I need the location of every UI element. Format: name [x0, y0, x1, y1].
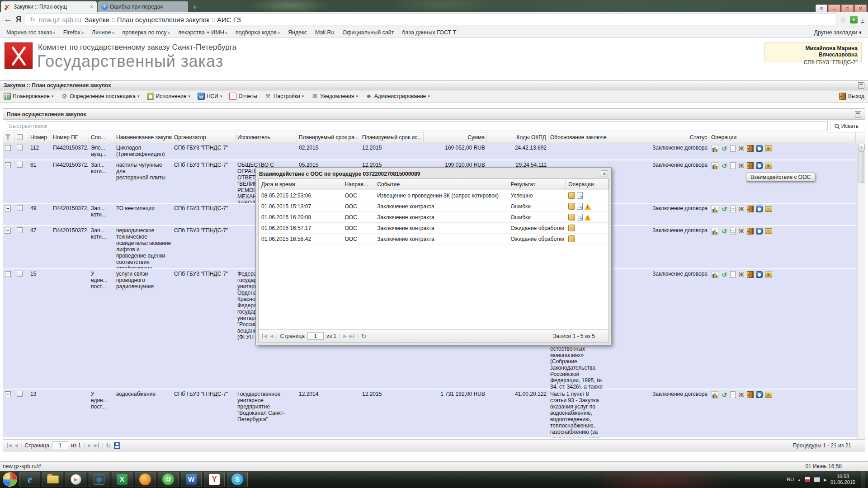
expand-row-icon[interactable] — [5, 228, 11, 234]
quick-search-input[interactable] — [6, 121, 828, 131]
expand-row-icon[interactable] — [5, 162, 11, 168]
col-event[interactable]: Событие — [374, 179, 508, 190]
col-number[interactable]: Номер — [28, 132, 51, 143]
expand-row-icon[interactable] — [5, 271, 11, 277]
menu-settings[interactable]: Настройки▾ — [264, 93, 304, 100]
new-tab-button[interactable]: + — [188, 2, 202, 12]
menu-notifications[interactable]: Уведомления▾ — [311, 93, 358, 100]
col-result[interactable]: Результат — [508, 179, 566, 190]
package-icon[interactable] — [568, 235, 575, 242]
expand-row-icon[interactable] — [5, 145, 11, 151]
bookmark-star-icon[interactable] — [840, 15, 846, 24]
scrollbar-thumb[interactable] — [859, 151, 864, 183]
first-page-icon[interactable] — [262, 333, 267, 338]
show-desktop-button[interactable] — [861, 471, 865, 488]
eagle-icon[interactable] — [738, 162, 745, 169]
tab-procurement-plan[interactable]: Закупки :: План осущ × — [1, 1, 97, 12]
select-all-checkbox[interactable] — [17, 134, 23, 140]
col-okpd[interactable]: Коды ОКПД — [487, 132, 548, 143]
scroll-icon[interactable] — [765, 163, 772, 169]
first-page-icon[interactable] — [7, 443, 12, 448]
warning-icon[interactable] — [585, 204, 591, 210]
exit-door-icon[interactable] — [747, 391, 754, 398]
col-justification[interactable]: Обоснование заключе... — [548, 132, 607, 143]
dialog-row[interactable]: 08.05.2015 12:53:06 ООС Извещение о пров… — [259, 190, 609, 201]
scroll-icon[interactable] — [765, 145, 772, 151]
dialog-row[interactable]: 01.06.2015 16:58:42 ООС Заключение контр… — [259, 234, 609, 244]
start-button[interactable] — [3, 472, 17, 487]
menu-nsi[interactable]: НСИ▾ — [198, 93, 222, 100]
dialog-row[interactable]: 01.06.2015 15:13:07 ООС Заключение контр… — [259, 201, 609, 212]
col-datetime[interactable]: Дата и время — [259, 179, 342, 190]
taskbar-yandex-browser[interactable] — [204, 472, 225, 487]
language-indicator[interactable]: RU — [787, 477, 794, 482]
dialog-close-icon[interactable] — [601, 170, 608, 177]
volume-icon[interactable] — [824, 477, 827, 482]
col-direction[interactable]: Направ... — [342, 179, 375, 190]
chart-icon[interactable] — [711, 228, 718, 235]
chart-icon[interactable] — [711, 145, 718, 152]
table-row[interactable]: 13 У един... пост... водоснабжение СПб Г… — [3, 389, 865, 438]
export-save-icon[interactable] — [114, 442, 120, 449]
reload-icon[interactable] — [30, 16, 35, 23]
ooc-interaction-icon[interactable] — [721, 228, 728, 235]
clear-filter-icon[interactable] — [5, 134, 11, 140]
window-toggle-icon[interactable] — [858, 82, 864, 89]
back-icon[interactable] — [4, 15, 12, 24]
ooc-interaction-icon[interactable] — [721, 162, 728, 169]
dialog-row[interactable]: 01.06.2015 16:20:08 ООС Заключение контр… — [259, 212, 609, 223]
document-icon[interactable] — [730, 206, 736, 212]
package-icon[interactable] — [568, 225, 575, 231]
col-operations[interactable]: Операции — [566, 179, 609, 190]
chart-icon[interactable] — [711, 206, 718, 213]
taskbar-word[interactable] — [181, 472, 202, 487]
col-planned-end[interactable]: Планируемый срок ис... — [360, 132, 424, 143]
exit-door-icon[interactable] — [747, 206, 754, 212]
scroll-icon[interactable] — [765, 272, 772, 277]
bookmark-folder[interactable]: лекарства + ИМН — [178, 29, 227, 36]
next-page-icon[interactable] — [88, 443, 91, 448]
schedule-icon[interactable] — [756, 206, 763, 212]
last-page-icon[interactable] — [349, 333, 354, 338]
eagle-icon[interactable] — [738, 391, 745, 399]
vertical-scrollbar[interactable] — [857, 143, 865, 439]
download-icon[interactable] — [861, 16, 864, 23]
expand-row-icon[interactable] — [5, 391, 11, 397]
col-operations[interactable]: Операции — [709, 132, 856, 143]
last-page-icon[interactable] — [94, 443, 99, 448]
tab-transfer-error[interactable]: Ошибка при передач — [98, 1, 188, 12]
col-sum[interactable]: Сумма — [424, 132, 487, 143]
scroll-up-icon[interactable] — [858, 144, 865, 150]
col-pg-number[interactable]: Номер ПГ — [51, 132, 89, 143]
edit-document-icon[interactable] — [577, 214, 583, 221]
document-icon[interactable] — [730, 271, 736, 278]
row-checkbox[interactable] — [17, 145, 23, 150]
bookmark-link[interactable]: база данных ГОСТ Т — [402, 29, 457, 36]
ooc-interaction-icon[interactable] — [721, 145, 728, 152]
document-icon[interactable] — [730, 145, 736, 152]
menu-planning[interactable]: Планирование▾ — [4, 93, 53, 100]
scroll-icon[interactable] — [765, 392, 772, 398]
col-planned-start[interactable]: Планируемый срок ра... — [297, 132, 360, 143]
scroll-icon[interactable] — [765, 228, 772, 234]
document-icon[interactable] — [730, 391, 736, 398]
scroll-icon[interactable] — [765, 206, 772, 212]
exit-door-icon[interactable] — [747, 145, 754, 152]
refresh-icon[interactable] — [106, 442, 111, 449]
menu-execution[interactable]: Исполнение▾ — [147, 93, 190, 100]
edit-document-icon[interactable] — [577, 203, 583, 210]
bookmark-link[interactable]: Mail.Ru — [315, 29, 334, 36]
eagle-icon[interactable] — [738, 228, 745, 235]
row-checkbox[interactable] — [17, 271, 23, 277]
table-row[interactable]: 112 П4420150372... Эле... аукц... Циклод… — [3, 143, 865, 160]
browser-menu-icon[interactable] — [816, 5, 827, 12]
menu-supplier-determination[interactable]: Определение поставщика▾ — [61, 93, 139, 100]
taskbar-app[interactable] — [89, 472, 109, 487]
col-organizer[interactable]: Организатор — [172, 132, 236, 143]
close-icon[interactable] — [854, 5, 867, 12]
previous-page-icon[interactable] — [14, 443, 18, 448]
schedule-icon[interactable] — [756, 271, 763, 278]
taskbar-ie[interactable] — [19, 472, 40, 487]
col-status[interactable]: Статус — [607, 132, 709, 143]
col-method[interactable]: Спо... — [89, 132, 114, 143]
